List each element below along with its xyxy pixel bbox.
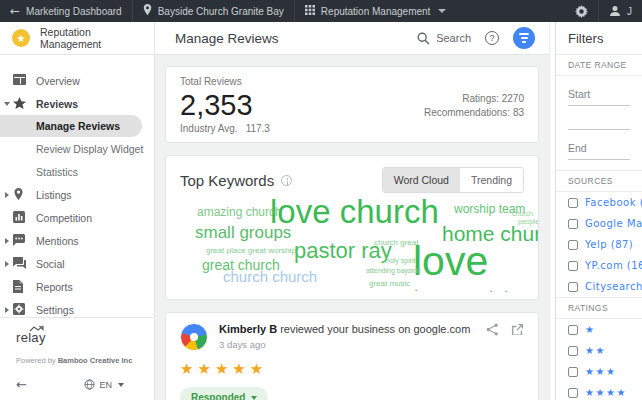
keyword-word: holy spirit (386, 257, 416, 264)
checkbox-icon[interactable] (568, 240, 578, 250)
trending-tab[interactable]: Trending (460, 168, 523, 192)
review-star-rating: ★★★★★ (180, 360, 524, 378)
ratings-section-header: RATINGS (556, 297, 642, 319)
reviewer-name: Kimberly B (219, 323, 277, 335)
responded-status-button[interactable]: Responded (180, 387, 268, 400)
globe-icon (84, 379, 95, 390)
back-to-dashboard-button[interactable]: ← Marketing Dashboard (0, 0, 132, 22)
recommendations-count: 83 (513, 107, 524, 118)
sidebar-nav: Overview Reviews Manage Reviews Review D… (0, 55, 154, 317)
start-date-input[interactable]: Start (568, 88, 630, 106)
sidebar-footer: relay Powered by Bamboo Creative Inc ← E… (0, 317, 154, 400)
ratings-filter-list: ★ ★★ ★★★ ★★★★ (556, 319, 642, 400)
checkbox-icon[interactable] (568, 346, 578, 356)
info-icon[interactable] (281, 175, 292, 186)
sidebar-item-settings[interactable]: Settings (0, 298, 154, 317)
sidebar-item-statistics[interactable]: Statistics (0, 160, 154, 183)
checkbox-icon[interactable] (568, 282, 578, 292)
checkbox-icon[interactable] (568, 367, 578, 377)
back-arrow-icon: ← (10, 4, 20, 18)
settings-gear-button[interactable] (565, 0, 598, 22)
source-filter-row[interactable]: Facebook (1851) (556, 192, 642, 213)
star-icon (13, 97, 26, 110)
gear-square-icon (13, 303, 26, 316)
location-selector[interactable]: Bayside Church Granite Bay (133, 0, 294, 22)
user-initial: J (627, 6, 632, 17)
main-area: Manage Reviews Search Total Reviews (155, 22, 549, 400)
page-title: Manage Reviews (175, 31, 279, 46)
content-scroll-area[interactable]: Total Reviews 2,353 Ratings: 2270 Recomm… (155, 55, 549, 400)
chevron-right-icon (5, 261, 9, 267)
filter-button[interactable] (513, 27, 535, 49)
source-filter-row[interactable]: Google Maps (39 (556, 213, 642, 234)
app-window: ← Marketing Dashboard Bayside Church Gra… (0, 0, 642, 400)
open-in-new-icon[interactable] (511, 323, 524, 336)
top-keywords-title: Top Keywords (180, 172, 274, 189)
keyword-word: • (415, 287, 417, 293)
user-menu[interactable]: J (599, 0, 642, 22)
rating-filter-row[interactable]: ★★ (556, 340, 642, 361)
app-switcher[interactable]: Reputation Management (295, 0, 457, 22)
sidebar-item-mentions[interactable]: Mentions (0, 229, 154, 252)
back-label: Marketing Dashboard (26, 6, 122, 17)
top-bar: ← Marketing Dashboard Bayside Church Gra… (0, 0, 642, 22)
document-icon (13, 280, 26, 293)
sidebar-item-competition[interactable]: Competition (0, 206, 154, 229)
search-label: Search (436, 32, 471, 44)
status-badge: Responded (191, 392, 245, 400)
keyword-word: church (512, 210, 533, 217)
dashboard-icon (13, 74, 26, 87)
source-filter-row[interactable]: Citysearch (1) (556, 276, 642, 297)
chat-bubble-icon (13, 234, 26, 247)
total-reviews-card: Total Reviews 2,353 Ratings: 2270 Recomm… (165, 66, 539, 143)
gear-icon (575, 5, 588, 18)
search-control[interactable]: Search (417, 32, 471, 45)
review-timestamp: 3 days ago (219, 339, 470, 350)
filters-title: Filters (556, 22, 642, 55)
app-label: Reputation Management (321, 6, 431, 17)
checkbox-icon[interactable] (568, 325, 578, 335)
apps-grid-icon (305, 5, 315, 17)
source-filter-row[interactable]: Yelp (87) (556, 234, 642, 255)
rating-filter-row[interactable]: ★ (556, 319, 642, 340)
brand-name: Reputation Management (40, 26, 142, 50)
brand: Reputation Management (0, 22, 154, 55)
rating-filter-row[interactable]: ★★★★ (556, 382, 642, 400)
rating-filter-row[interactable]: ★★★ (556, 361, 642, 382)
chevron-down-icon (251, 396, 257, 400)
start-date-value-input[interactable] (568, 116, 630, 130)
help-icon[interactable] (485, 31, 499, 45)
collapse-sidebar-button[interactable]: ← (16, 377, 27, 392)
sidebar-item-overview[interactable]: Overview (0, 69, 154, 92)
word-cloud-tab[interactable]: Word Cloud (383, 168, 460, 192)
checkbox-icon[interactable] (568, 261, 578, 271)
end-date-input[interactable]: End (568, 142, 630, 160)
sidebar-item-manage-reviews[interactable]: Manage Reviews (0, 115, 142, 137)
checkbox-icon[interactable] (568, 388, 578, 398)
keyword-word: great place great worship (206, 247, 296, 255)
sidebar-item-review-display-widget[interactable]: Review Display Widget (0, 137, 154, 160)
sidebar-item-social[interactable]: Social (0, 252, 154, 275)
keyword-word: attending bayside (366, 267, 421, 274)
relay-logo: relay (16, 330, 46, 345)
sidebar: Reputation Management Overview Reviews M… (0, 22, 155, 400)
chevron-right-icon (5, 238, 9, 244)
keyword-word: • (490, 288, 492, 294)
star-badge-icon (12, 29, 30, 47)
chevron-right-icon (5, 192, 9, 198)
location-pin-icon (143, 4, 152, 18)
share-icon[interactable] (486, 323, 499, 336)
source-filter-row[interactable]: YP.com (16) (556, 255, 642, 276)
sidebar-item-reviews[interactable]: Reviews (0, 92, 154, 115)
checkbox-icon[interactable] (568, 219, 578, 229)
top-keywords-card: Top Keywords Word Cloud Trending amazing… (165, 155, 539, 300)
word-cloud: amazing churchlove churchworship teamchu… (166, 195, 538, 299)
keyword-word: small groups (195, 224, 291, 241)
keyword-word: church great (374, 239, 418, 247)
checkbox-icon[interactable] (568, 198, 578, 208)
language-selector[interactable]: EN (84, 379, 124, 390)
pin-icon (13, 188, 26, 201)
sidebar-item-listings[interactable]: Listings (0, 183, 154, 206)
keyword-word: love church (270, 195, 439, 228)
sidebar-item-reports[interactable]: Reports (0, 275, 154, 298)
